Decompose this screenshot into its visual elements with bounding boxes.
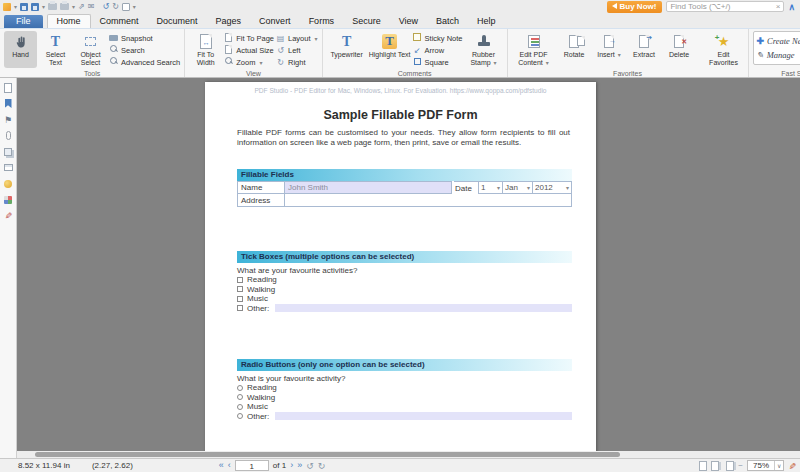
radio-walking[interactable] [237, 394, 243, 400]
find-tools-input[interactable]: Find Tools (⌥+/) × [666, 1, 784, 12]
attachments-icon[interactable] [3, 130, 14, 141]
preview-dropdown-icon[interactable]: ▾ [133, 2, 136, 12]
date-month-select[interactable]: Jan ▾ [502, 181, 532, 194]
edit-favorites-button[interactable]: ★ Edit Favorites [704, 31, 744, 68]
tick-other-input[interactable] [275, 304, 572, 312]
zoom-button[interactable]: Zoom ▾ [224, 56, 274, 68]
fit-to-width-button[interactable]: ↔ Fit To Width [189, 31, 222, 68]
group-label-favorites: Favorites [508, 70, 748, 77]
highlight-text-button[interactable]: T Highlight Text [369, 31, 411, 68]
horizontal-scrollbar-thumb[interactable] [35, 452, 620, 457]
hand-tool-button[interactable]: Hand [4, 31, 37, 68]
advanced-search-button[interactable]: Advanced Search [109, 56, 180, 68]
radio-walking-label: Walking [247, 393, 275, 402]
next-page-icon[interactable]: › [290, 461, 293, 470]
snapshot-button[interactable]: Snapshot [109, 32, 180, 44]
actual-size-button[interactable]: Actual Size [224, 44, 274, 56]
clear-search-icon[interactable]: × [776, 2, 781, 11]
search-icon [109, 45, 118, 55]
print-icon[interactable] [48, 3, 57, 10]
checkbox-other[interactable] [237, 305, 243, 311]
save-as-icon[interactable] [31, 3, 39, 11]
square-button[interactable]: Square [413, 56, 463, 68]
create-new-signature-button[interactable]: ✚ Create New [757, 36, 800, 46]
bookmarks-icon[interactable] [3, 98, 14, 109]
tab-view[interactable]: View [390, 15, 427, 28]
delete-pages-button[interactable]: ✕ Delete [663, 31, 696, 68]
manage-signatures-button[interactable]: ✎ Manage [757, 50, 800, 60]
checkbox-walking[interactable] [237, 286, 243, 292]
app-logo-icon[interactable] [3, 3, 11, 11]
edit-pdf-content-button[interactable]: Edit PDF Content ▾ [512, 31, 556, 68]
date-year-select[interactable]: 2012 ▾ [532, 181, 572, 194]
email-icon[interactable]: ✉ [88, 2, 95, 12]
collapse-ribbon-icon[interactable]: ∧ [788, 2, 795, 12]
object-select-button[interactable]: Object Select [74, 31, 107, 68]
preview-icon[interactable] [122, 3, 130, 11]
stamps-panel-icon[interactable] [3, 194, 14, 205]
radio-other[interactable] [237, 413, 243, 419]
tab-comment[interactable]: Comment [91, 15, 148, 28]
comments-panel-icon[interactable]: ⚑ [3, 114, 14, 125]
rotate-left-button[interactable]: ↺ Left [276, 44, 318, 56]
sticky-note-button[interactable]: Sticky Note [413, 32, 463, 44]
layout-button[interactable]: ▤ Layout ▾ [276, 32, 318, 44]
annotate-pen-icon[interactable]: ✎ [787, 462, 797, 470]
rubber-stamp-button[interactable]: Rubber Stamp ▾ [465, 31, 503, 68]
tab-file[interactable]: File [4, 15, 43, 28]
insert-pages-button[interactable]: → Insert ▾ [593, 31, 626, 68]
tab-help[interactable]: Help [468, 15, 505, 28]
fit-to-page-button[interactable]: Fit To Page [224, 32, 274, 44]
radio-music[interactable] [237, 404, 243, 410]
search-button[interactable]: Search [109, 44, 180, 56]
tab-forms[interactable]: Forms [300, 15, 344, 28]
content-editor-icon[interactable]: ✎ [3, 210, 14, 221]
date-day-select[interactable]: 1 ▾ [478, 181, 502, 194]
first-page-icon[interactable]: « [219, 461, 224, 470]
page-number-input[interactable]: 1 [235, 460, 269, 471]
app-menu-dropdown-icon[interactable]: ▾ [14, 2, 17, 12]
tab-home[interactable]: Home [47, 14, 91, 28]
facing-view-icon[interactable] [726, 461, 734, 471]
save-icon[interactable] [20, 3, 28, 11]
tab-batch[interactable]: Batch [427, 15, 468, 28]
address-input[interactable] [285, 194, 572, 207]
continuous-view-icon[interactable] [711, 461, 719, 471]
page-thumbnails-icon[interactable] [3, 82, 14, 93]
print-dropdown-icon[interactable]: ▾ [72, 2, 75, 12]
redo-icon[interactable]: ↻ [112, 2, 119, 12]
radio-reading[interactable] [237, 385, 243, 391]
checkbox-reading[interactable] [237, 277, 243, 283]
next-view-icon[interactable]: ↻ [318, 461, 326, 471]
layers-icon[interactable] [3, 146, 14, 157]
select-text-button[interactable]: T Select Text [39, 31, 72, 68]
radio-other-input[interactable] [275, 412, 572, 420]
tab-document[interactable]: Document [148, 15, 207, 28]
tab-convert[interactable]: Convert [250, 15, 300, 28]
single-page-view-icon[interactable] [699, 461, 707, 471]
buy-now-button[interactable]: Buy Now! [607, 1, 663, 13]
arrow-button[interactable]: ↙ Arrow [413, 44, 463, 56]
previous-view-icon[interactable]: ↺ [306, 461, 314, 471]
tab-pages[interactable]: Pages [207, 15, 251, 28]
horizontal-scrollbar[interactable] [17, 451, 800, 458]
extract-pages-button[interactable]: ➔ Extract [628, 31, 661, 68]
checkbox-music[interactable] [237, 296, 243, 302]
signatures-icon[interactable] [3, 178, 14, 189]
last-page-icon[interactable]: » [297, 461, 302, 470]
zoom-dropdown-arrow-icon[interactable]: ∨ [774, 461, 783, 470]
export-icon[interactable]: ⇗ [78, 2, 85, 12]
rotate-pages-button[interactable]: Rotate [558, 31, 591, 68]
undo-icon[interactable]: ↺ [102, 2, 109, 12]
save-dropdown-icon[interactable]: ▾ [42, 2, 45, 12]
fields-panel-icon[interactable] [3, 162, 14, 173]
rotate-right-button[interactable]: ↻ Right [276, 56, 318, 68]
radio-music-label: Music [247, 402, 268, 411]
zoom-out-icon[interactable]: − [738, 461, 743, 470]
zoom-level-control[interactable]: 75% ∨ [747, 460, 784, 471]
previous-page-icon[interactable]: ‹ [228, 461, 231, 470]
print-setup-icon[interactable] [60, 3, 69, 10]
name-input[interactable]: John Smith [285, 181, 452, 194]
tab-secure[interactable]: Secure [343, 15, 390, 28]
typewriter-button[interactable]: T Typewriter [327, 31, 367, 68]
